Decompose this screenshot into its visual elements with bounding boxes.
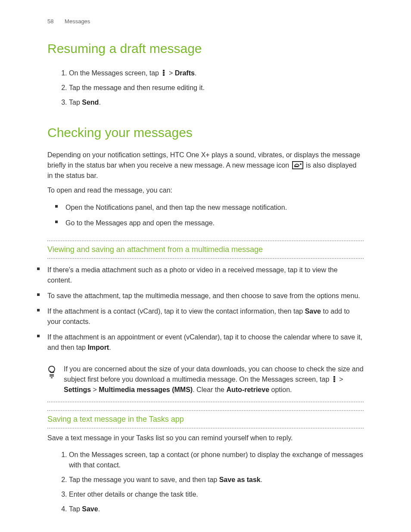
step: Tap the message and then resume editing … bbox=[69, 81, 364, 95]
step: On the Messages screen, tap a contact (o… bbox=[69, 448, 364, 473]
list-item: To save the attachment, tap the multimed… bbox=[47, 288, 364, 304]
paragraph: Depending on your notification settings,… bbox=[47, 150, 364, 181]
paragraph: Save a text message in your Tasks list s… bbox=[47, 433, 364, 443]
page-number: 58 bbox=[47, 18, 53, 25]
step: On the Messages screen, tap > Drafts. bbox=[69, 66, 364, 81]
step: Tap Save. bbox=[69, 502, 364, 516]
heading-checking-messages: Checking your messages bbox=[47, 123, 364, 142]
bullet-list: Open the Notifications panel, and then t… bbox=[47, 200, 364, 231]
list-item: If the attachment is a contact (vCard), … bbox=[47, 304, 364, 330]
list-item: If there's a media attachment such as a … bbox=[47, 262, 364, 288]
list-item: Go to the Messages app and open the mess… bbox=[65, 215, 364, 231]
subheading-attachments: Viewing and saving an attachment from a … bbox=[47, 244, 364, 255]
subheading-save-tasks: Saving a text message in the Tasks app bbox=[47, 414, 364, 425]
list-item: Open the Notifications panel, and then t… bbox=[65, 200, 364, 215]
tip-icon-column bbox=[47, 364, 64, 395]
page: 58 Messages Resuming a draft message On … bbox=[0, 0, 411, 532]
step: Tap Send. bbox=[69, 95, 364, 110]
menu-icon bbox=[161, 70, 166, 76]
step: Tap the message you want to save, and th… bbox=[69, 473, 364, 487]
steps-resuming-draft: On the Messages screen, tap > Drafts. Ta… bbox=[47, 66, 364, 110]
list-item: If the attachment is an appointment or e… bbox=[47, 330, 364, 355]
tip-note: If you are concerned about the size of y… bbox=[47, 363, 364, 402]
menu-icon bbox=[332, 376, 337, 382]
paragraph: To open and read the message, you can: bbox=[47, 185, 364, 196]
bullet-list-attachments: If there's a media attachment such as a … bbox=[47, 262, 364, 355]
lightbulb-icon bbox=[47, 366, 55, 377]
header-section-name: Messages bbox=[65, 18, 90, 25]
divider bbox=[47, 410, 364, 411]
tip-text: If you are concerned about the size of y… bbox=[64, 364, 364, 395]
divider bbox=[47, 258, 364, 259]
step: Enter other details or change the task t… bbox=[69, 487, 364, 502]
steps-save-tasks: On the Messages screen, tap a contact (o… bbox=[47, 448, 364, 516]
page-header: 58 Messages bbox=[47, 17, 364, 26]
heading-resuming-draft: Resuming a draft message bbox=[47, 39, 364, 58]
divider bbox=[47, 428, 364, 429]
message-icon bbox=[292, 161, 303, 169]
divider bbox=[47, 240, 364, 241]
